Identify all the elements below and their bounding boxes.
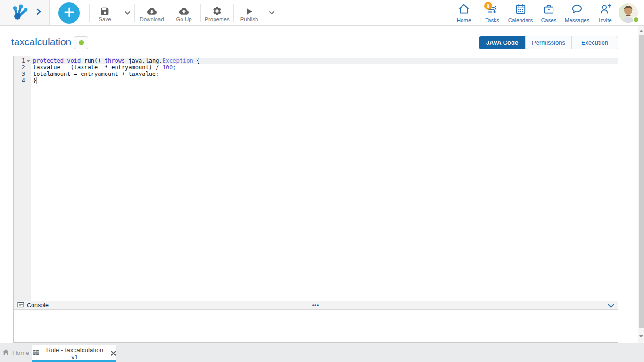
nav-home[interactable]: Home <box>450 0 478 25</box>
play-icon <box>245 3 254 16</box>
top-right-nav: Home 9 Tasks Calendars Cases <box>450 0 619 25</box>
editor-code[interactable]: protected void run() throws java.lang.Ex… <box>31 56 618 301</box>
plus-icon <box>64 7 74 19</box>
user-avatar[interactable] <box>619 3 638 23</box>
java-code-editor-panel: 1234 protected void run() throws java.la… <box>13 56 618 343</box>
properties-button[interactable]: Properties <box>201 0 233 25</box>
gutter-line-number[interactable]: 1 <box>14 58 31 64</box>
console-output[interactable] <box>14 310 618 342</box>
nav-tasks[interactable]: 9 Tasks <box>478 0 506 25</box>
bottom-tab-bar: Home Rule - taxcalculation v1 <box>0 343 644 362</box>
code-line[interactable]: totalamount = entryamount + taxvalue; <box>31 71 618 77</box>
nav-calendars[interactable]: Calendars <box>506 0 535 25</box>
code-line[interactable]: taxvalue = (taxrate * entryamount) / 100… <box>31 64 618 71</box>
console-collapse-chevron-icon[interactable] <box>608 303 614 310</box>
calendar-icon <box>514 3 527 16</box>
app-logo-icon <box>11 3 29 23</box>
code-line[interactable]: protected void run() throws java.lang.Ex… <box>31 58 618 64</box>
online-status-dot <box>633 16 639 23</box>
tab-execution[interactable]: Execution <box>571 36 618 49</box>
bottom-tab-home[interactable]: Home <box>0 343 32 362</box>
code-fold-arrow-icon[interactable] <box>26 60 30 62</box>
nav-cases[interactable]: Cases <box>535 0 563 25</box>
console-panel-header[interactable]: Console ••• <box>14 301 618 310</box>
close-tab-icon[interactable] <box>111 351 116 356</box>
code-line[interactable]: } <box>31 77 618 84</box>
nav-invite[interactable]: Invite <box>591 0 619 25</box>
bottom-tab-rule-taxcalculation[interactable]: Rule - taxcalculation v1 <box>32 345 116 362</box>
save-dropdown-chevron-icon[interactable] <box>120 0 134 25</box>
tab-permissions[interactable]: Permissions <box>525 36 571 49</box>
go-up-label: Go Up <box>176 16 191 22</box>
scroll-down-arrow-icon[interactable] <box>639 335 643 337</box>
add-button[interactable] <box>58 2 80 24</box>
publish-label: Publish <box>240 16 258 22</box>
home-icon <box>458 3 470 16</box>
top-toolbar: Save Download Go Up <box>0 0 644 26</box>
person-add-icon <box>599 3 611 16</box>
cloud-download-icon <box>146 3 157 16</box>
console-menu-button[interactable]: ••• <box>312 302 320 309</box>
chat-icon <box>571 3 583 16</box>
tab-java-code[interactable]: JAVA Code <box>479 36 525 49</box>
page-scrollbar[interactable] <box>638 26 644 343</box>
console-title: Console <box>27 302 49 309</box>
app-window: Save Download Go Up <box>0 0 644 362</box>
go-up-button[interactable]: Go Up <box>167 0 200 25</box>
save-label: Save <box>99 16 111 22</box>
expand-menu-chevron-icon[interactable] <box>36 8 41 17</box>
cloud-upload-icon <box>178 3 190 16</box>
gutter-line-number[interactable]: 3 <box>14 71 31 77</box>
code-editor[interactable]: 1234 protected void run() throws java.la… <box>14 56 618 301</box>
rule-icon <box>32 350 40 357</box>
publish-dropdown-chevron-icon[interactable] <box>264 0 279 25</box>
scrollbar-thumb[interactable] <box>639 35 644 328</box>
editor-tab-group: JAVA Code Permissions Execution <box>479 36 618 49</box>
toolbar-separator <box>134 4 135 22</box>
logo-section <box>0 0 50 25</box>
scroll-up-arrow-icon[interactable] <box>639 30 643 32</box>
gutter-line-number[interactable]: 2 <box>14 64 31 71</box>
publish-button[interactable]: Publish <box>234 0 264 25</box>
gutter-line-number[interactable]: 4 <box>14 77 31 84</box>
nav-messages[interactable]: Messages <box>563 0 591 25</box>
page-title: taxcalculation <box>11 36 71 48</box>
save-button[interactable]: Save <box>90 0 120 25</box>
gear-icon <box>212 3 222 16</box>
download-button[interactable]: Download <box>137 0 167 25</box>
console-icon <box>17 301 24 310</box>
house-icon <box>2 349 9 357</box>
status-green-dot-icon <box>79 40 84 45</box>
status-indicator-button[interactable] <box>74 36 88 49</box>
editor-gutter: 1234 <box>14 56 31 301</box>
download-label: Download <box>140 16 164 22</box>
save-icon <box>100 3 110 16</box>
properties-label: Properties <box>205 16 229 22</box>
tasks-count-badge: 9 <box>484 2 492 10</box>
toolbar-actions: Save Download Go Up <box>89 0 279 25</box>
briefcase-icon <box>543 3 555 16</box>
